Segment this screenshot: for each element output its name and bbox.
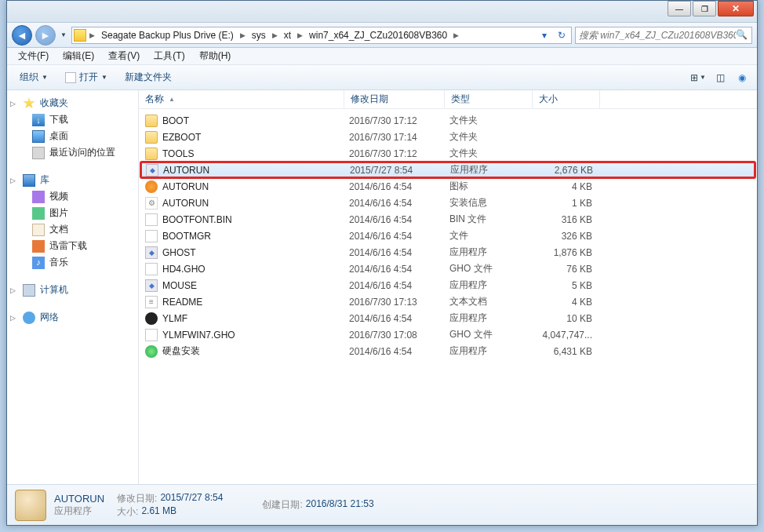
menu-help[interactable]: 帮助(H) — [193, 48, 238, 64]
file-row[interactable]: TOOLS2016/7/30 17:12文件夹 — [139, 145, 757, 162]
file-icon — [145, 296, 158, 308]
sidebar-libraries[interactable]: ▷库 — [7, 172, 138, 188]
search-box[interactable]: 🔍 — [575, 27, 752, 44]
breadcrumb[interactable]: win7_x64_ZJ_CZu201608VB360 — [306, 30, 450, 41]
close-button[interactable]: ✕ — [718, 1, 754, 16]
download-icon — [32, 114, 45, 126]
title-bar: — ❐ ✕ — [7, 1, 757, 23]
file-row[interactable]: 硬盘安装2014/6/16 4:54应用程序6,431 KB — [139, 343, 757, 359]
file-type: 应用程序 — [449, 246, 537, 259]
search-icon[interactable]: 🔍 — [736, 29, 748, 42]
sidebar-item-downloads[interactable]: 下载 — [7, 111, 138, 128]
network-icon — [23, 312, 35, 324]
file-size: 6,431 KB — [537, 346, 598, 357]
file-row[interactable]: YLMFWIN7.GHO2016/7/30 17:08GHO 文件4,047,7… — [139, 326, 757, 343]
breadcrumb[interactable]: Seagate Backup Plus Drive (E:) — [98, 30, 237, 41]
file-row[interactable]: EZBOOT2016/7/30 17:14文件夹 — [139, 129, 757, 145]
sidebar-item-music[interactable]: 音乐 — [7, 254, 138, 271]
file-date: 2014/6/16 4:54 — [349, 231, 449, 242]
address-bar[interactable]: ▶ Seagate Backup Plus Drive (E:) ▶ sys ▶… — [71, 27, 572, 44]
preview-pane-button[interactable]: ◫ — [710, 68, 730, 87]
view-options-button[interactable]: ⊞ ▼ — [688, 68, 708, 87]
file-size: 76 KB — [537, 264, 598, 275]
sidebar-network[interactable]: ▷网络 — [7, 309, 138, 326]
file-icon — [145, 312, 158, 325]
file-name: YLMFWIN7.GHO — [162, 330, 349, 341]
address-dropdown[interactable]: ▾ — [537, 30, 552, 41]
chevron-right-icon[interactable]: ▶ — [452, 31, 460, 39]
file-name: BOOTMGR — [162, 231, 349, 242]
file-row[interactable]: MOUSE2014/6/16 4:54应用程序5 KB — [139, 277, 757, 293]
menu-bar: 文件(F) 编辑(E) 查看(V) 工具(T) 帮助(H) — [7, 48, 757, 65]
file-row[interactable]: BOOTFONT.BIN2014/6/16 4:54BIN 文件316 KB — [139, 211, 757, 228]
file-name: YLMF — [162, 313, 349, 324]
minimize-button[interactable]: — — [668, 1, 691, 16]
details-mod-label: 修改日期: — [117, 492, 157, 505]
file-row[interactable]: README2016/7/30 17:13文本文档4 KB — [139, 293, 757, 310]
file-icon — [145, 180, 158, 193]
file-icon — [145, 246, 158, 259]
sidebar-item-recent[interactable]: 最近访问的位置 — [7, 144, 138, 161]
forward-button[interactable]: ► — [35, 25, 56, 46]
col-name[interactable]: 名称▲ — [139, 90, 344, 108]
menu-file[interactable]: 文件(F) — [12, 48, 55, 64]
file-row[interactable]: HD4.GHO2014/6/16 4:54GHO 文件76 KB — [139, 261, 757, 277]
file-size: 2,676 KB — [538, 165, 599, 176]
history-dropdown[interactable]: ▼ — [59, 27, 68, 44]
file-size: 4 KB — [537, 181, 598, 192]
sidebar-item-desktop[interactable]: 桌面 — [7, 128, 138, 144]
details-type: 应用程序 — [54, 505, 104, 518]
details-mod-value: 2015/7/27 8:54 — [160, 492, 223, 505]
file-size: 326 KB — [537, 231, 598, 242]
file-name: MOUSE — [162, 280, 349, 291]
open-button[interactable]: 打开 ▼ — [57, 67, 115, 87]
sidebar-item-documents[interactable]: 文档 — [7, 221, 138, 238]
col-date[interactable]: 修改日期 — [344, 90, 445, 108]
back-button[interactable]: ◄ — [12, 25, 32, 46]
chevron-right-icon[interactable]: ▶ — [88, 31, 96, 39]
file-type: BIN 文件 — [449, 213, 537, 226]
file-row[interactable]: BOOT2016/7/30 17:12文件夹 — [139, 112, 757, 129]
organize-button[interactable]: 组织 ▼ — [12, 67, 56, 87]
file-icon — [145, 279, 158, 292]
sidebar-favorites[interactable]: ▷收藏夹 — [7, 95, 138, 111]
file-date: 2016/7/30 17:08 — [349, 330, 449, 341]
file-name: BOOTFONT.BIN — [162, 214, 349, 225]
file-icon — [145, 115, 158, 127]
menu-view[interactable]: 查看(V) — [102, 48, 146, 64]
search-input[interactable] — [579, 30, 736, 41]
file-type: GHO 文件 — [449, 262, 537, 275]
breadcrumb[interactable]: sys — [249, 30, 269, 41]
sidebar-item-thunder[interactable]: 迅雷下载 — [7, 238, 138, 254]
file-row[interactable]: GHOST2014/6/16 4:54应用程序1,876 KB — [139, 244, 757, 261]
file-icon — [145, 263, 158, 275]
file-row[interactable]: YLMF2014/6/16 4:54应用程序10 KB — [139, 310, 757, 326]
chevron-right-icon[interactable]: ▶ — [238, 31, 247, 39]
file-type: 文本文档 — [449, 295, 537, 308]
sidebar-computer[interactable]: ▷计算机 — [7, 282, 138, 298]
file-icon — [145, 148, 158, 160]
new-folder-button[interactable]: 新建文件夹 — [117, 67, 180, 87]
chevron-right-icon[interactable]: ▶ — [271, 31, 279, 39]
menu-tools[interactable]: 工具(T) — [147, 48, 191, 64]
details-size-label: 大小: — [117, 505, 138, 519]
toolbar: 组织 ▼ 打开 ▼ 新建文件夹 ⊞ ▼ ◫ ◉ — [7, 65, 757, 90]
picture-icon — [32, 207, 45, 220]
help-button[interactable]: ◉ — [732, 68, 752, 87]
menu-edit[interactable]: 编辑(E) — [56, 48, 100, 64]
file-type: 文件夹 — [449, 147, 537, 160]
sidebar-item-pictures[interactable]: 图片 — [7, 205, 138, 221]
chevron-right-icon[interactable]: ▶ — [296, 31, 304, 39]
col-size[interactable]: 大小 — [533, 90, 600, 108]
file-row[interactable]: AUTORUN2014/6/16 4:54安装信息1 KB — [139, 195, 757, 211]
breadcrumb[interactable]: xt — [281, 30, 294, 41]
file-name: AUTORUN — [162, 198, 349, 209]
col-type[interactable]: 类型 — [445, 90, 533, 108]
file-row[interactable]: AUTORUN2014/6/16 4:54图标4 KB — [139, 178, 757, 195]
maximize-button[interactable]: ❐ — [693, 1, 716, 16]
refresh-button[interactable]: ↻ — [554, 30, 569, 41]
file-date: 2016/7/30 17:14 — [349, 132, 449, 143]
sidebar-item-videos[interactable]: 视频 — [7, 188, 138, 205]
file-row[interactable]: AUTORUN2015/7/27 8:54应用程序2,676 KB — [140, 162, 755, 178]
file-row[interactable]: BOOTMGR2014/6/16 4:54文件326 KB — [139, 228, 757, 244]
